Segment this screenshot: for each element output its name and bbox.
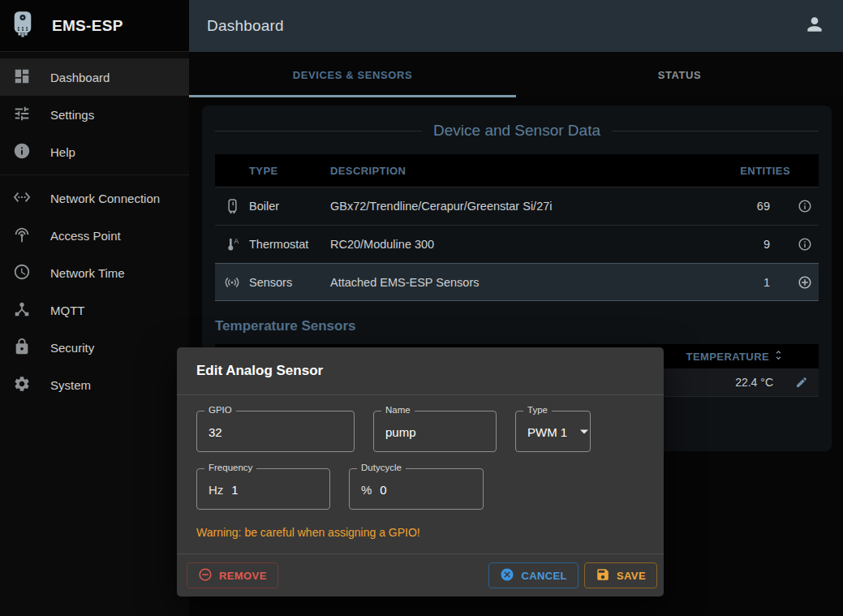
lock-icon — [13, 338, 31, 358]
table-row-boiler[interactable]: Boiler GBx72/Trendline/Cerapur/Greenstar… — [215, 187, 819, 225]
device-entities: 69 — [652, 200, 790, 213]
divider — [612, 131, 819, 131]
sidebar-item-label: Network Time — [50, 266, 125, 280]
dashboard-icon — [13, 67, 31, 88]
device-table-header: TYPE DESCRIPTION ENTITIES — [215, 154, 819, 187]
device-hub-icon — [13, 300, 31, 321]
gpio-warning-text: Warning: be careful when assigning a GPI… — [196, 526, 644, 539]
sidebar: EMS-ESP Dashboard Settings Help Netwo — [0, 0, 189, 616]
tune-icon — [13, 105, 31, 125]
sidebar-item-label: Settings — [50, 108, 94, 122]
column-header-entities: ENTITIES — [652, 165, 790, 177]
sidebar-item-label: Dashboard — [50, 71, 110, 84]
temperature-sensors-heading: Temperature Sensors — [215, 318, 819, 334]
sidebar-item-label: Security — [50, 341, 94, 355]
sidebar-item-help[interactable]: Help — [0, 133, 189, 170]
add-circle-icon[interactable] — [790, 275, 819, 290]
device-description: GBx72/Trendline/Cerapur/Greenstar Si/27i — [330, 200, 652, 213]
name-field[interactable]: Name pump — [373, 411, 497, 452]
table-row-thermostat[interactable]: A Thermostat RC20/Moduline 300 9 — [215, 225, 819, 263]
topbar: Dashboard — [189, 0, 843, 52]
gpio-field[interactable]: GPIO 32 — [196, 411, 355, 452]
app-title: EMS-ESP — [52, 17, 123, 35]
name-value: pump — [385, 424, 416, 438]
device-entities: 9 — [652, 238, 790, 251]
edit-analog-sensor-dialog: Edit Analog Sensor GPIO 32 Name pump Typ… — [177, 347, 664, 597]
boiler-logo-icon — [11, 10, 34, 42]
tab-status[interactable]: STATUS — [516, 52, 843, 97]
sidebar-item-label: System — [50, 378, 91, 392]
info-icon[interactable] — [790, 199, 819, 213]
sidebar-item-label: MQTT — [50, 304, 85, 317]
remove-button[interactable]: REMOVE — [187, 562, 278, 588]
type-label: Type — [523, 405, 552, 415]
sidebar-item-label: Help — [50, 145, 75, 159]
sidebar-item-network-time[interactable]: Network Time — [0, 254, 189, 291]
gpio-value: 32 — [209, 424, 222, 438]
gpio-label: GPIO — [204, 405, 236, 415]
sidebar-item-access-point[interactable]: Access Point — [0, 217, 189, 254]
frequency-value: 1 — [231, 482, 238, 496]
dutycycle-field[interactable]: Dutycycle % 0 — [349, 468, 484, 510]
device-type: Thermostat — [249, 238, 330, 251]
device-description: RC20/Moduline 300 — [330, 238, 652, 251]
type-select[interactable]: Type PWM 1 — [515, 411, 591, 452]
sidebar-item-mqtt[interactable]: MQTT — [0, 291, 189, 329]
sensors-icon — [215, 274, 249, 291]
gear-icon — [13, 375, 31, 395]
svg-text:A: A — [234, 237, 239, 245]
edit-icon[interactable] — [785, 376, 819, 389]
section-title: Device and Sensor Data — [433, 122, 600, 140]
device-description: Attached EMS-ESP Sensors — [330, 276, 652, 289]
frequency-field[interactable]: Frequency Hz 1 — [196, 468, 330, 510]
wifi-tethering-icon — [13, 226, 31, 246]
app-logo-row: EMS-ESP — [0, 0, 189, 52]
ethernet-icon — [13, 188, 31, 209]
page-title: Dashboard — [207, 17, 284, 35]
divider — [215, 131, 422, 131]
tab-bar: DEVICES & SENSORS STATUS — [189, 52, 843, 97]
device-type: Sensors — [249, 276, 330, 289]
sidebar-nav: Dashboard Settings Help Network Connecti… — [0, 52, 189, 403]
sort-icon — [772, 349, 785, 364]
cancel-circle-icon — [500, 567, 514, 584]
tab-devices-sensors[interactable]: DEVICES & SENSORS — [189, 52, 516, 97]
dialog-title: Edit Analog Sensor — [177, 347, 664, 395]
table-row-sensors[interactable]: Sensors Attached EMS-ESP Sensors 1 — [215, 263, 819, 301]
frequency-label: Frequency — [204, 463, 256, 472]
remove-circle-icon — [198, 567, 213, 584]
sidebar-item-system[interactable]: System — [0, 366, 189, 403]
column-header-type: TYPE — [249, 165, 330, 177]
dutycycle-value: 0 — [380, 482, 386, 496]
thermostat-icon: A — [215, 236, 249, 253]
sidebar-item-security[interactable]: Security — [0, 329, 189, 366]
account-icon[interactable] — [804, 14, 825, 38]
info-icon — [13, 142, 31, 162]
column-header-temperature[interactable]: TEMPERATURE — [655, 349, 785, 364]
dutycycle-unit: % — [361, 482, 372, 496]
chevron-down-icon — [580, 429, 588, 433]
temperature-value: 22.4 °C — [655, 376, 785, 389]
save-icon — [596, 567, 610, 584]
sidebar-item-label: Network Connection — [50, 192, 160, 205]
column-header-description: DESCRIPTION — [330, 165, 652, 177]
device-type: Boiler — [249, 200, 330, 213]
dutycycle-label: Dutycycle — [357, 463, 406, 472]
sidebar-item-settings[interactable]: Settings — [0, 96, 189, 133]
clock-icon — [13, 263, 31, 283]
cancel-button[interactable]: CANCEL — [488, 562, 578, 588]
dialog-footer: REMOVE CANCEL SAVE — [177, 554, 664, 597]
frequency-unit: Hz — [209, 482, 223, 496]
info-icon[interactable] — [790, 237, 819, 252]
device-entities: 1 — [652, 276, 790, 289]
save-button[interactable]: SAVE — [584, 562, 657, 588]
section-title-row: Device and Sensor Data — [215, 122, 819, 140]
type-value: PWM 1 — [527, 424, 567, 438]
name-label: Name — [381, 405, 415, 415]
sidebar-item-network-connection[interactable]: Network Connection — [0, 179, 189, 217]
boiler-icon — [215, 198, 249, 215]
sidebar-item-label: Access Point — [50, 229, 121, 243]
sidebar-divider — [0, 174, 189, 175]
sidebar-item-dashboard[interactable]: Dashboard — [0, 58, 189, 96]
